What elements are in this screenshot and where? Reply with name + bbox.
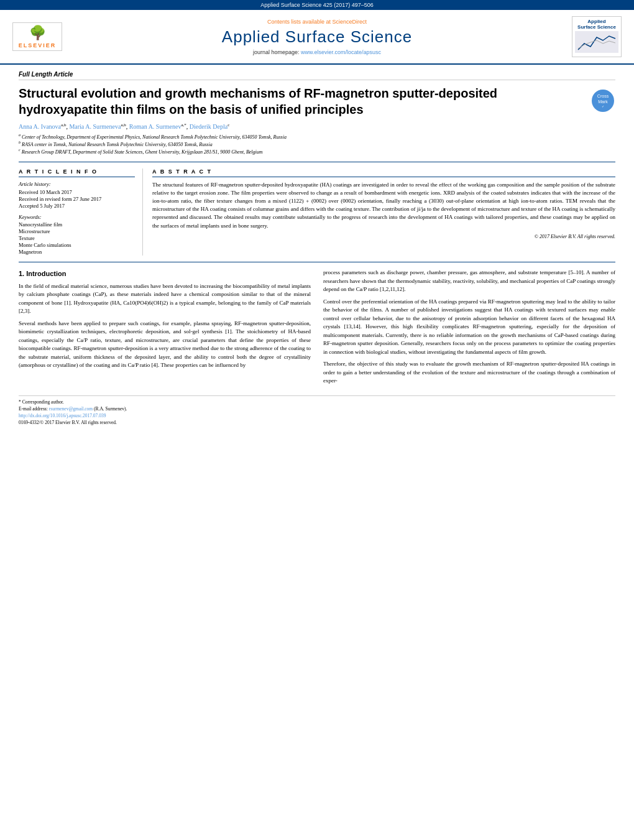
svg-text:Cross: Cross (597, 94, 609, 98)
keywords-label: Keywords: (19, 214, 135, 220)
keyword-1: Nanocrystalline film (19, 221, 135, 228)
corresponding-note: * Corresponding author. (19, 399, 615, 405)
intro-para-3: process parameters such as discharge pow… (323, 269, 615, 294)
accepted-date: Accepted 5 July 2017 (19, 203, 135, 209)
author-2: Maria A. Surmenevaa,b (69, 123, 126, 130)
author-3: Roman A. Surmeneva,* (129, 123, 186, 130)
affiliation-c: c Research Group DRAFT, Department of So… (19, 148, 615, 155)
authors: Anna A. Ivanovaa,b, Maria A. Surmenevaa,… (19, 122, 615, 130)
volume-info: Applied Surface Science 425 (2017) 497–5… (260, 2, 374, 8)
introduction-section: 1. Introduction In the field of medical … (19, 269, 615, 389)
elsevier-label: ELSEVIER (15, 42, 60, 48)
footnote-area: * Corresponding author. E-mail address: … (19, 395, 615, 425)
intro-para-4: Control over the preferential orientatio… (323, 298, 615, 357)
keyword-5: Magnetron (19, 249, 135, 255)
affiliation-a: a Center of Technology, Department of Ex… (19, 133, 615, 140)
homepage-url[interactable]: www.elsevier.com/locate/apsusc (301, 49, 381, 55)
journal-title: Applied Surface Science (62, 27, 572, 47)
affiliations: a Center of Technology, Department of Ex… (19, 133, 615, 154)
received-date: Received 10 March 2017 (19, 189, 135, 195)
abstract-col: A B S T R A C T The structural features … (152, 168, 615, 256)
abstract-text: The structural features of RF-magnetron … (152, 181, 615, 229)
journal-logo-chart (575, 31, 618, 53)
crossmark-icon: Cross Mark ✓ (590, 88, 615, 113)
email-note: E-mail address: rsurmenev@gmail.com (R.A… (19, 406, 615, 412)
elsevier-tree-icon: 🌳 (15, 25, 60, 41)
journal-header: 🌳 ELSEVIER Contents lists available at S… (0, 10, 634, 65)
intro-para-1: In the field of medical material science… (19, 282, 311, 316)
doi-link[interactable]: http://dx.doi.org/10.1016/j.apsusc.2017.… (19, 413, 106, 418)
article-title-row: Structural evolution and growth mechanis… (19, 85, 615, 118)
article-type: Full Length Article (19, 71, 615, 80)
homepage-label: journal homepage: (253, 49, 300, 55)
journal-center: Contents lists available at ScienceDirec… (62, 19, 572, 55)
copyright: © 2017 Elsevier B.V. All rights reserved… (152, 234, 615, 239)
top-bar: Applied Surface Science 425 (2017) 497–5… (0, 0, 634, 10)
svg-text:✓: ✓ (602, 104, 604, 108)
journal-homepage: journal homepage: www.elsevier.com/locat… (62, 49, 572, 55)
author-1: Anna A. Ivanovaa,b (19, 123, 66, 130)
elsevier-logo: 🌳 ELSEVIER (12, 22, 62, 51)
abstract-heading: A B S T R A C T (152, 168, 615, 177)
doi-line: http://dx.doi.org/10.1016/j.apsusc.2017.… (19, 413, 615, 418)
intro-para-2: Several methods have been applied to pre… (19, 320, 311, 370)
history-label: Article history: (19, 181, 135, 187)
received-revised-date: Received in revised form 27 June 2017 (19, 196, 135, 202)
article-title: Structural evolution and growth mechanis… (19, 85, 590, 118)
page: Applied Surface Science 425 (2017) 497–5… (0, 0, 634, 840)
body-col-right: process parameters such as discharge pow… (323, 269, 615, 389)
keyword-4: Monte Carlo simulations (19, 242, 135, 248)
info-abstract-section: A R T I C L E I N F O Article history: R… (19, 162, 615, 256)
keyword-2: Microstructure (19, 228, 135, 234)
keyword-3: Texture (19, 235, 135, 241)
section-1-heading: 1. Introduction (19, 269, 311, 279)
email-link[interactable]: rsurmenev@gmail.com (49, 406, 93, 412)
crossmark-badge: Cross Mark ✓ (590, 88, 615, 114)
email-label: E-mail address: (19, 406, 48, 412)
author-4: Diederik Deplac (190, 123, 229, 130)
contents-available: Contents lists available at ScienceDirec… (62, 19, 572, 25)
article-info-col: A R T I C L E I N F O Article history: R… (19, 168, 143, 256)
sciencedirect-name: ScienceDirect (333, 19, 367, 25)
issn-line: 0169-4332/© 2017 Elsevier B.V. All right… (19, 420, 615, 425)
affiliation-b: b RASA center in Tomsk, National Researc… (19, 141, 615, 147)
section-divider (19, 262, 615, 262)
intro-para-5: Therefore, the objective of this study w… (323, 360, 615, 385)
article-content: Full Length Article Structural evolution… (0, 65, 634, 433)
body-col-left: 1. Introduction In the field of medical … (19, 269, 311, 389)
svg-text:Mark: Mark (598, 99, 608, 104)
journal-logo-title: AppliedSurface Science (574, 19, 619, 30)
contents-text: Contents lists available at (267, 19, 331, 25)
article-info-heading: A R T I C L E I N F O (19, 168, 135, 177)
journal-logo-box: AppliedSurface Science (572, 16, 622, 57)
email-name: (R.A. Surmenev). (94, 406, 127, 412)
